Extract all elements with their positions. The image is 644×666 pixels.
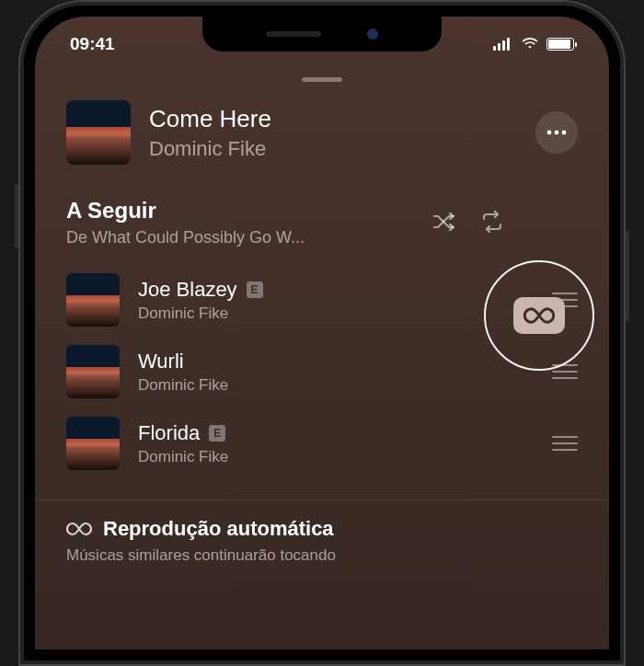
volume-button (15, 184, 18, 248)
track-title: Florida (138, 421, 200, 445)
album-art (66, 345, 120, 398)
infinity-icon (66, 520, 92, 538)
now-playing-artist: Dominic Fike (149, 137, 517, 161)
repeat-icon (479, 211, 505, 233)
track-title: Joe Blazey (138, 278, 237, 302)
speaker-grille (266, 31, 321, 37)
autoplay-toggle[interactable] (513, 297, 565, 334)
album-art (66, 417, 120, 470)
front-camera (367, 29, 378, 40)
track-artist: Dominic Fike (138, 304, 534, 323)
now-playing-row[interactable]: Come Here Dominic Fike (35, 100, 609, 190)
up-next-header: A Seguir De What Could Possibly Go W... (35, 190, 609, 264)
shuffle-icon (431, 211, 457, 233)
queue-row[interactable]: FloridaEDominic Fike (66, 408, 578, 479)
shuffle-button[interactable] (431, 210, 458, 234)
now-playing-title: Come Here (149, 105, 517, 133)
explicit-badge: E (247, 281, 263, 298)
autoplay-subtitle: Músicas similares continuarão tocando (66, 546, 578, 565)
up-next-subtitle: De What Could Possibly Go W... (66, 228, 418, 247)
repeat-button[interactable] (478, 210, 506, 234)
album-art (66, 273, 120, 327)
track-artist: Dominic Fike (138, 448, 534, 466)
up-next-title: A Seguir (66, 198, 418, 224)
battery-icon (546, 38, 574, 51)
infinity-icon (523, 306, 555, 325)
explicit-badge: E (209, 425, 225, 442)
svg-point-1 (555, 131, 559, 135)
reorder-handle[interactable] (552, 364, 578, 379)
device-frame: 09:41 Come Here D (18, 0, 626, 666)
svg-point-0 (547, 131, 552, 135)
track-artist: Dominic Fike (138, 376, 534, 395)
status-time: 09:41 (70, 34, 115, 54)
wifi-icon (521, 34, 539, 54)
sheet-grabber[interactable] (302, 77, 342, 82)
album-art (66, 100, 131, 165)
queue-row[interactable]: Joe BlazeyEDominic Fike (66, 264, 578, 336)
power-button (626, 230, 629, 322)
ellipsis-icon (546, 130, 567, 135)
screen: 09:41 Come Here D (35, 17, 609, 649)
svg-point-2 (562, 131, 567, 135)
track-title: Wurli (138, 350, 184, 373)
more-button[interactable] (535, 111, 578, 154)
autoplay-title: Reprodução automática (103, 517, 334, 541)
cellular-icon (493, 38, 513, 51)
autoplay-section: Reprodução automática Músicas similares … (35, 500, 609, 565)
notch (202, 17, 442, 52)
queue-row[interactable]: WurliDominic Fike (66, 336, 578, 408)
reorder-handle[interactable] (552, 436, 578, 451)
